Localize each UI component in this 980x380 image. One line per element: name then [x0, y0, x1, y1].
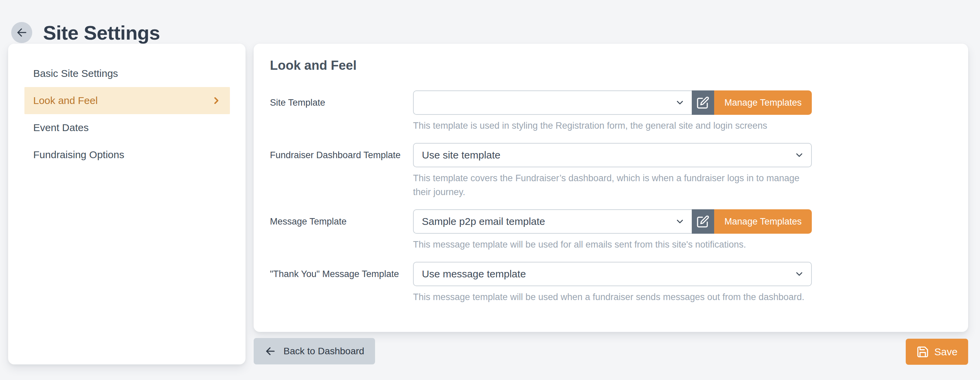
arrow-left-icon: [16, 27, 28, 39]
form-row-fundraiser-dashboard-template: Fundraiser Dashboard Template Use site t…: [270, 143, 952, 199]
form-row-message-template: Message Template Sample p2p email templa…: [270, 209, 952, 252]
field-help: This message template will be used for a…: [413, 238, 812, 252]
edit-site-template-button[interactable]: [692, 90, 714, 115]
edit-icon: [697, 96, 710, 109]
edit-message-template-button[interactable]: [692, 209, 714, 234]
chevron-down-icon: [675, 98, 685, 108]
sidebar-item-event-dates[interactable]: Event Dates: [24, 114, 230, 141]
page-title: Site Settings: [43, 21, 160, 44]
chevron-down-icon: [794, 269, 804, 279]
sidebar-item-look-and-feel[interactable]: Look and Feel: [24, 87, 230, 114]
edit-icon: [697, 215, 710, 228]
save-icon: [916, 345, 929, 358]
thank-you-message-template-select[interactable]: Use message template: [413, 262, 812, 286]
back-to-dashboard-label: Back to Dashboard: [283, 346, 364, 357]
fundraiser-dashboard-template-select[interactable]: Use site template: [413, 143, 812, 167]
arrow-left-icon: [264, 345, 276, 357]
field-label: Fundraiser Dashboard Template: [270, 143, 413, 167]
field-label: Site Template: [270, 90, 413, 115]
select-value: Use message template: [422, 268, 526, 280]
sidebar-item-fundraising-options[interactable]: Fundraising Options: [24, 141, 230, 168]
field-help: This message template will be used when …: [413, 290, 812, 304]
settings-nav-card: Basic Site Settings Look and Feel Event …: [8, 44, 245, 364]
field-label: Message Template: [270, 209, 413, 234]
back-to-dashboard-button[interactable]: Back to Dashboard: [254, 338, 375, 364]
form-row-thank-you-message-template: "Thank You" Message Template Use message…: [270, 262, 952, 304]
select-value: Sample p2p email template: [422, 216, 545, 227]
chevron-right-icon: [211, 95, 222, 106]
save-button-label: Save: [934, 346, 957, 358]
field-help: This template is used in styling the Reg…: [413, 119, 812, 133]
site-template-select[interactable]: [413, 90, 692, 115]
chevron-down-icon: [675, 217, 685, 226]
form-row-site-template: Site Template Manage: [270, 90, 952, 133]
sidebar-item-label: Event Dates: [33, 122, 89, 133]
field-label: "Thank You" Message Template: [270, 262, 413, 286]
look-and-feel-panel: Look and Feel Site Template: [254, 44, 968, 332]
chevron-down-icon: [794, 150, 804, 160]
field-help: This template covers the Fundraiser’s da…: [413, 171, 812, 199]
sidebar-item-label: Look and Feel: [33, 95, 98, 106]
panel-title: Look and Feel: [270, 58, 952, 73]
select-value: Use site template: [422, 149, 501, 161]
sidebar-item-basic-site-settings[interactable]: Basic Site Settings: [24, 60, 230, 87]
sidebar-item-label: Basic Site Settings: [33, 68, 118, 79]
manage-site-templates-button[interactable]: Manage Templates: [714, 90, 812, 115]
back-button[interactable]: [11, 22, 32, 43]
message-template-select[interactable]: Sample p2p email template: [413, 209, 692, 234]
manage-message-templates-button[interactable]: Manage Templates: [714, 209, 812, 234]
save-button[interactable]: Save: [906, 339, 968, 365]
sidebar-item-label: Fundraising Options: [33, 149, 124, 160]
